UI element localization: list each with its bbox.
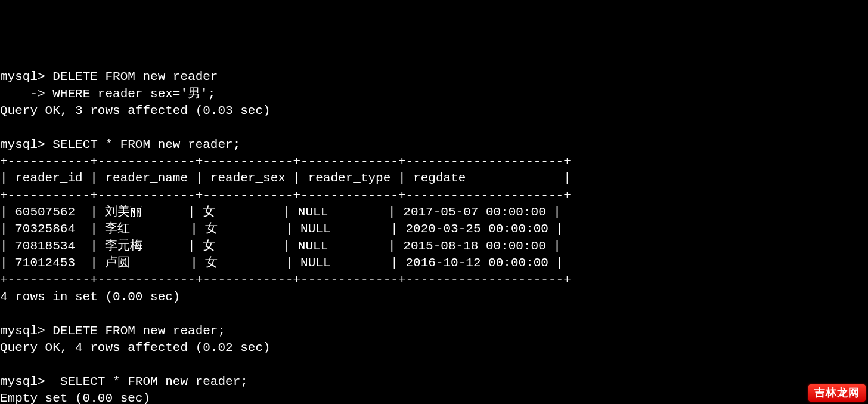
table-border: +-----------+-------------+------------+… [0, 155, 571, 168]
query-result: Query OK, 4 rows affected (0.02 sec) [0, 341, 271, 354]
table-border: +-----------+-------------+------------+… [0, 273, 571, 287]
prompt: mysql> [0, 138, 45, 152]
prompt: mysql> [0, 324, 45, 338]
query-result: 4 rows in set (0.00 sec) [0, 290, 180, 304]
table-header: | reader_id | reader_name | reader_sex |… [0, 171, 571, 185]
sql-statement: DELETE FROM new_reader [45, 70, 218, 84]
sql-statement: DELETE FROM new_reader; [45, 324, 225, 338]
query-result: Empty set (0.00 sec) [0, 391, 150, 404]
sql-statement: WHERE reader_sex='男'; [45, 87, 216, 101]
sql-statement: SELECT * FROM new_reader; [45, 375, 248, 388]
terminal-output[interactable]: mysql> DELETE FROM new_reader -> WHERE r… [0, 69, 868, 404]
table-row: | 70325864 | 李红 | 女 | NULL | 2020-03-25 … [0, 222, 563, 236]
continuation-prompt: -> [0, 87, 45, 101]
query-result: Query OK, 3 rows affected (0.03 sec) [0, 104, 271, 118]
sql-statement: SELECT * FROM new_reader; [45, 138, 241, 152]
table-border: +-----------+-------------+------------+… [0, 189, 571, 202]
prompt: mysql> [0, 375, 45, 388]
prompt: mysql> [0, 70, 45, 84]
table-row: | 60507562 | 刘美丽 | 女 | NULL | 2017-05-07… [0, 205, 561, 219]
table-row: | 71012453 | 卢圆 | 女 | NULL | 2016-10-12 … [0, 256, 563, 270]
table-row: | 70818534 | 李元梅 | 女 | NULL | 2015-08-18… [0, 239, 561, 253]
watermark-badge: 吉林龙网 [808, 384, 866, 402]
